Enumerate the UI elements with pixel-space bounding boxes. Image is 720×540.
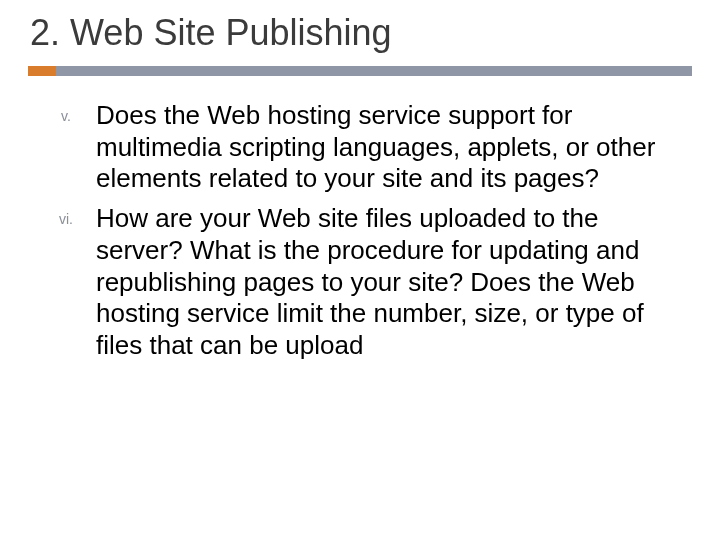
list: v. Does the Web hosting service support … (28, 100, 692, 362)
rule-main (56, 66, 692, 76)
rule-accent (28, 66, 56, 76)
list-marker: v. (36, 100, 96, 195)
slide: 2. Web Site Publishing v. Does the Web h… (0, 0, 720, 540)
list-text: Does the Web hosting service support for… (96, 100, 692, 195)
list-marker: vi. (36, 203, 96, 362)
list-item: vi. How are your Web site files uploaded… (36, 203, 692, 362)
list-item: v. Does the Web hosting service support … (36, 100, 692, 195)
title-rule (28, 66, 692, 76)
list-text: How are your Web site files uploaded to … (96, 203, 692, 362)
page-title: 2. Web Site Publishing (28, 12, 692, 54)
